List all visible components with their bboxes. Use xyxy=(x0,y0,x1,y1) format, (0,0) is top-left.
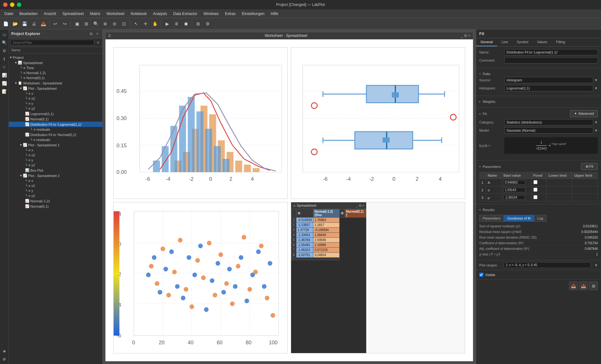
results-toggle[interactable]: ▾ Results: xyxy=(479,207,598,213)
worksheet-minimize-btn[interactable]: _ xyxy=(461,33,463,38)
panel-float-btn[interactable]: ⧉ xyxy=(89,31,94,36)
menu-windows[interactable]: Windows xyxy=(200,10,222,17)
tree-item-28[interactable]: 📈Normal(-1,2) xyxy=(9,198,102,204)
fit-name-input[interactable] xyxy=(504,49,598,55)
params-toggle[interactable]: ▾ Parameters: xyxy=(479,164,501,170)
advanced-button[interactable]: ✦ Advanced xyxy=(570,110,598,117)
tab-symbol[interactable]: Symbol xyxy=(512,38,533,46)
tb-save[interactable]: 💾 xyxy=(20,19,29,28)
param-fixed-cb-0[interactable] xyxy=(533,180,537,184)
sidebar-info-icon[interactable]: ℹ xyxy=(1,55,8,63)
tree-item-20[interactable]: └ ≡y xyxy=(9,158,102,163)
tree-item-14[interactable]: └ ≡residuals xyxy=(9,127,102,132)
search-input[interactable] xyxy=(11,40,94,45)
chart4-container[interactable]: ⊞ Spreadsheet _ ⧉ × xyxy=(291,202,465,354)
tree-item-21[interactable]: └ ≡y2 xyxy=(9,163,102,168)
sidebar-bottom2-icon[interactable]: ⊕ xyxy=(1,355,8,363)
menu-spreadsheet[interactable]: Spreadsheet xyxy=(59,10,87,17)
tb-export[interactable]: 📤 xyxy=(39,19,48,28)
tree-item-5[interactable]: ▾ 📋Worksheet - Spreadsheet xyxy=(9,80,102,86)
tree-item-23[interactable]: ▾ 📈Plot - Spreadsheet 2 xyxy=(9,173,102,178)
maximize-button[interactable] xyxy=(17,3,21,7)
param-start-input-0[interactable] xyxy=(503,180,525,185)
tb-print[interactable]: 🖨 xyxy=(29,19,38,28)
sp-row-col2-0[interactable]: 1.76963 xyxy=(313,217,340,222)
tree-item-29[interactable]: 📈Normal(0,1) xyxy=(9,204,102,209)
tb-layout[interactable]: ⊞ xyxy=(194,19,203,28)
results-tab-log[interactable]: Log xyxy=(534,215,547,222)
tree-item-10[interactable]: └ ≡y2 xyxy=(9,106,102,111)
tree-item-11[interactable]: 📈Lognormal(1,1) xyxy=(9,111,102,116)
tb-zoom-sel[interactable]: 🔍 xyxy=(91,19,100,28)
tb-undo[interactable]: ↩ xyxy=(51,19,60,28)
tree-item-2[interactable]: └ ≡Time xyxy=(9,65,102,70)
tree-item-22[interactable]: 📊Box Plot xyxy=(9,168,102,173)
tb-stop[interactable]: ⏹ xyxy=(182,19,190,28)
tb-zoom-in[interactable]: ⊕ xyxy=(101,19,110,28)
close-button[interactable] xyxy=(3,3,8,7)
tb-crosshair[interactable]: ✛ xyxy=(141,19,150,28)
fit-section-toggle[interactable]: ▾ Fit: xyxy=(479,111,487,117)
menu-datei[interactable]: Datei xyxy=(1,10,16,17)
tab-filling[interactable]: Filling xyxy=(552,38,569,46)
menu-hilfe[interactable]: Hilfe xyxy=(268,10,281,17)
tree-item-3[interactable]: └ ≡Normal(-1,2) xyxy=(9,70,102,75)
tab-general[interactable]: General xyxy=(476,38,497,46)
plot-ranges-select[interactable]: 1: x = -6..4, y = 0..0.45 xyxy=(504,262,591,268)
tree-item-17[interactable]: ▾ 📈Plot - Spreadsheet 1 xyxy=(9,142,102,148)
param-fixed-cb-2[interactable] xyxy=(533,195,537,199)
tree-item-8[interactable]: └ ≡x2 xyxy=(9,96,102,101)
fit-source-select[interactable]: Histogram xyxy=(504,77,593,83)
worksheet-close-btn[interactable]: × xyxy=(468,33,470,38)
param-start-input-1[interactable] xyxy=(503,188,525,192)
sidebar-stats-icon[interactable]: 📈 xyxy=(1,79,8,87)
tb-pointer[interactable]: ↖ xyxy=(132,19,141,28)
tree-item-26[interactable]: └ ≡y xyxy=(9,188,102,193)
menu-data-extractor[interactable]: Data Extractor xyxy=(170,10,200,17)
results-tab-goodness[interactable]: Goodness of fit xyxy=(504,215,534,222)
scatter-chart[interactable]: -6 -4 -2 0 4 0 20 40 60 80 100 xyxy=(113,202,288,354)
tree-item-1[interactable]: ▾ 📊Spreadsheet xyxy=(9,60,102,65)
weights-toggle[interactable]: ▸ Weights: xyxy=(479,99,598,105)
sp-row-col1-6[interactable]: -1.95323 xyxy=(296,247,313,252)
tree-item-18[interactable]: └ ≡x xyxy=(9,148,102,153)
menu-worksheet[interactable]: Worksheet xyxy=(103,10,127,17)
menu-bearbeiten[interactable]: Bearbeiten xyxy=(16,10,41,17)
data-section-toggle[interactable]: ▾ Data: xyxy=(479,71,598,77)
param-start-input-2[interactable] xyxy=(503,195,525,200)
tb-open[interactable]: 📂 xyxy=(11,19,19,28)
tree-item-27[interactable]: └ ≡y2 xyxy=(9,193,102,198)
tree-item-24[interactable]: └ ≡x xyxy=(9,178,102,183)
fit-histogram-select[interactable]: Lognormal(1,1) xyxy=(504,85,593,91)
tb-pause[interactable]: ⏸ xyxy=(172,19,181,28)
param-fixed-cb-1[interactable] xyxy=(533,188,537,192)
tree-item-13[interactable]: 📈Distribution Fit to 'Lognormal(1,1)' xyxy=(9,122,102,127)
tree-item-25[interactable]: └ ≡x2 xyxy=(9,183,102,188)
sp-row-col2-2[interactable]: -0.199594 xyxy=(313,227,340,232)
tab-values[interactable]: Values xyxy=(533,38,552,46)
minimize-button[interactable] xyxy=(10,3,14,7)
tb-zoom-fit[interactable]: ⊡ xyxy=(120,19,128,28)
menu-notebook[interactable]: Notebook xyxy=(127,10,150,17)
sp-row-col2-7[interactable]: 3.24924 xyxy=(313,252,340,257)
save-template-btn[interactable]: 📥 xyxy=(569,281,578,290)
tree-item-6[interactable]: ▾ 📈Plot - Spreadsheet xyxy=(9,86,102,91)
tb-zoom-out[interactable]: ⊖ xyxy=(110,19,119,28)
visible-checkbox[interactable] xyxy=(479,273,483,277)
copy-style-btn[interactable]: ⊞ xyxy=(589,281,598,290)
tb-navigate[interactable]: ⊞ xyxy=(82,19,91,28)
sp-row-col2-6[interactable]: 0.572225 xyxy=(313,247,340,252)
sp-minimize-btn[interactable]: _ xyxy=(356,204,358,208)
tb-select[interactable]: ▣ xyxy=(73,19,81,28)
fit-model-select[interactable]: Gaussian (Normal) xyxy=(504,127,593,134)
sp-row-col1-3[interactable]: -1.33453 xyxy=(296,232,313,237)
tb-settings[interactable]: ⚙ xyxy=(203,19,212,28)
sp-float-btn[interactable]: ⧉ xyxy=(359,204,362,208)
sp-row-col2-3[interactable]: 1.06649 xyxy=(313,232,340,237)
tree-item-0[interactable]: ▾ Project xyxy=(9,55,102,60)
tb-pan[interactable]: ✋ xyxy=(151,19,159,28)
menu-ansicht[interactable]: Ansicht xyxy=(41,10,59,17)
sp-row-col1-1[interactable]: -1.13557 xyxy=(296,222,313,227)
sp-row-col1-5[interactable]: -1.55465 xyxy=(296,242,313,247)
sidebar-bottom1-icon[interactable]: ◈ xyxy=(1,347,8,355)
